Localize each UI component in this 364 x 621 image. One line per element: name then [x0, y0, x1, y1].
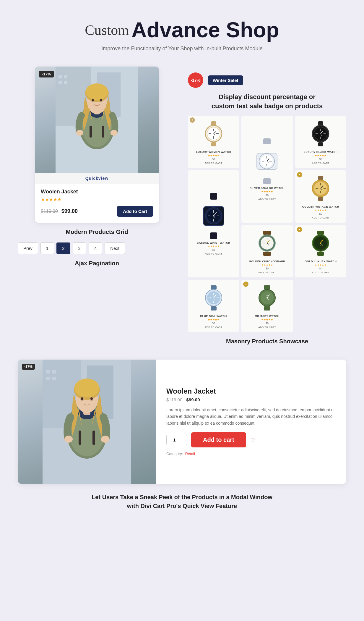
page-3-button[interactable]: 3 [73, 242, 86, 254]
svg-rect-21 [102, 126, 104, 138]
watch-stars-3: ★★★★★ [298, 154, 344, 157]
watch-price-4: $0 [212, 248, 215, 251]
svg-point-92 [320, 242, 321, 244]
svg-point-127 [81, 397, 83, 400]
watch-svg-8 [203, 285, 224, 310]
watch-badge-7: ● [297, 227, 302, 232]
watch-add-btn-8[interactable]: ADD TO CART [190, 326, 237, 329]
watch-add-btn-6[interactable]: ADD TO CART [244, 271, 290, 274]
watch-price-9: $0 [244, 322, 290, 325]
svg-rect-44 [318, 142, 323, 146]
svg-rect-115 [52, 370, 56, 373]
watch-price-7: $0 [298, 267, 344, 270]
watch-badge-1: ● [190, 117, 195, 123]
watch-stars-2: ★★★★★ [261, 190, 273, 193]
watch-card-5: ● [295, 170, 346, 223]
next-button[interactable]: Next [105, 242, 125, 254]
svg-rect-20 [90, 126, 92, 138]
watch-name-5: Golden Vintage Watch [298, 205, 344, 208]
svg-point-64 [213, 215, 214, 216]
red-badge-text: -17% [191, 78, 201, 83]
svg-point-124 [74, 379, 99, 397]
watch-price-2: $0 [266, 194, 269, 197]
svg-rect-84 [317, 231, 324, 235]
watch-img-2 [244, 138, 290, 185]
masonry-grid: ● [188, 116, 346, 332]
watch-svg-5 [310, 176, 331, 201]
page-4-button[interactable]: 4 [89, 242, 102, 254]
watch-svg-4 [202, 193, 225, 239]
watch-img-1 [190, 119, 237, 149]
watch-card-1: ● [188, 116, 239, 168]
quickview-image: -17% [18, 360, 156, 484]
watch-add-btn-5[interactable]: ADD TO CART [298, 216, 344, 219]
watch-badge-9: ● [243, 282, 248, 287]
svg-rect-6 [64, 81, 67, 84]
watch-add-btn-4[interactable]: ADD TO CART [205, 253, 222, 255]
svg-rect-114 [46, 370, 50, 373]
watch-add-btn-7[interactable]: ADD TO CART [298, 271, 344, 274]
watch-price-1: $0 [190, 158, 237, 161]
svg-rect-85 [317, 252, 324, 256]
page-title: Advance Shop [131, 18, 279, 42]
svg-point-16 [92, 99, 94, 101]
watch-name-2: Silver Analog Watch [250, 187, 284, 190]
watch-add-btn-9[interactable]: ADD TO CART [244, 326, 290, 329]
qv-price-old: $119.00 [166, 397, 182, 402]
quantity-input[interactable] [166, 435, 187, 445]
watch-stars-6: ★★★★★ [244, 263, 290, 266]
svg-rect-131 [79, 431, 81, 445]
pagination: Prev 1 2 3 4 Next [18, 242, 176, 254]
watch-card-8: Blue Dial Watch ★★★★★ $0 ADD TO CART [188, 280, 239, 332]
discount-badge: -17% [39, 71, 54, 77]
quickview-bar[interactable]: Quickview [35, 173, 159, 184]
ajax-pagination-label: Ajax Pagination [18, 260, 176, 267]
watch-card-9: ● 12 Military Watch [241, 280, 292, 332]
watch-card-3: Luxury Black Watch ★★★★★ $0 ADD TO CART [295, 116, 346, 168]
price-old: $119.00 [41, 209, 58, 214]
svg-rect-66 [318, 197, 323, 201]
page-1-button[interactable]: 1 [40, 242, 54, 254]
watch-name-4: Casual Wrist Watch [197, 241, 230, 244]
svg-rect-3 [58, 75, 62, 78]
watch-price-5: $0 [298, 212, 344, 215]
quickview-info: Woolen Jacket $119.00 $99.00 Lorem ipsum… [156, 360, 346, 484]
watch-img-3 [298, 119, 344, 149]
svg-text:12: 12 [320, 240, 322, 242]
masonry-label: Masonry Products Showcase [188, 338, 346, 345]
watch-add-btn-3[interactable]: ADD TO CART [298, 162, 344, 164]
svg-rect-32 [263, 138, 271, 144]
watch-add-btn-1[interactable]: ADD TO CART [190, 162, 237, 164]
qv-product-name: Woolen Jacket [166, 387, 336, 395]
svg-point-128 [90, 397, 93, 400]
product-card: -17% [35, 67, 159, 223]
svg-rect-53 [210, 193, 217, 200]
prev-button[interactable]: Prev [18, 242, 38, 254]
svg-point-18 [76, 130, 83, 136]
watch-svg-6 [257, 231, 277, 256]
custom-label: Custom [85, 22, 129, 38]
svg-rect-5 [58, 81, 62, 84]
svg-rect-117 [52, 377, 56, 380]
bottom-text: Let Users Take a Sneak Peek of the Produ… [18, 493, 346, 510]
watch-name-9: Military Watch [244, 315, 290, 318]
quickview-section: -17% [18, 360, 346, 484]
product-info: Woolen Jacket ★★★★★ $119.00 $99.00 Add t… [35, 184, 159, 223]
watch-add-btn-2[interactable]: ADD TO CART [258, 198, 276, 200]
svg-text:12: 12 [266, 295, 268, 296]
svg-rect-54 [210, 232, 217, 239]
svg-rect-23 [211, 142, 216, 146]
add-to-cart-button[interactable]: Add to Cart [117, 206, 153, 217]
page-2-button[interactable]: 2 [56, 242, 70, 254]
watch-badge-5: ● [297, 172, 302, 177]
sale-badge-demo: -17% Winter Sale! [188, 72, 346, 88]
header: Custom Advance Shop Improve the Function… [18, 18, 346, 52]
watch-img-4 [190, 192, 237, 240]
qv-add-to-cart-button[interactable]: Add to cart [191, 432, 246, 447]
header-subtitle: Improve the Functionality of Your Shop w… [18, 46, 346, 52]
watch-stars-7: ★★★★★ [298, 263, 344, 266]
watch-name-3: Luxury Black Watch [298, 151, 344, 153]
svg-rect-4 [64, 75, 67, 78]
qv-category-link[interactable]: Retail [185, 452, 195, 456]
svg-rect-76 [263, 252, 271, 256]
